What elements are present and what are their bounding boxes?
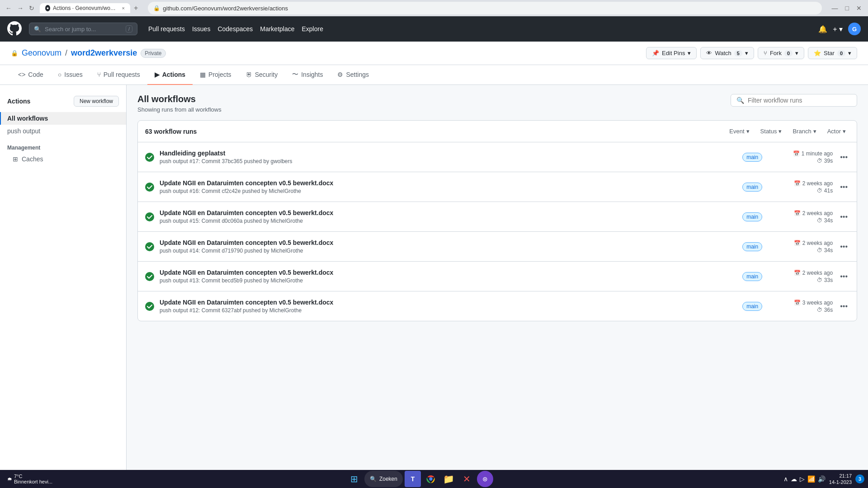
sidebar-item-all-workflows[interactable]: All workflows bbox=[0, 112, 126, 125]
branch-badge[interactable]: main bbox=[742, 272, 762, 281]
tab-issues[interactable]: ○ Issues bbox=[51, 65, 90, 85]
watch-button[interactable]: 👁 Watch 5 ▾ bbox=[700, 47, 754, 59]
actor-filter-label: Actor bbox=[827, 128, 841, 135]
notification-badge[interactable]: 3 bbox=[855, 474, 864, 483]
nav-pull-requests[interactable]: Pull requests bbox=[148, 25, 185, 33]
tab-title: Actions · Geonovum/word2werk... bbox=[53, 5, 117, 11]
refresh-button[interactable]: ↻ bbox=[27, 4, 36, 13]
run-title[interactable]: Update NGII en Dataruimten concepten v0.… bbox=[160, 269, 726, 276]
forward-button[interactable]: → bbox=[15, 4, 25, 13]
new-workflow-button[interactable]: New workflow bbox=[74, 96, 119, 107]
tab-close-button[interactable]: × bbox=[122, 5, 125, 11]
branch-badge[interactable]: main bbox=[742, 183, 762, 192]
repo-name[interactable]: word2werkversie bbox=[71, 48, 137, 58]
tab-insights[interactable]: 〜 Insights bbox=[285, 65, 330, 85]
chrome-icon[interactable] bbox=[423, 471, 439, 483]
branch-badge[interactable]: main bbox=[742, 242, 762, 251]
taskbar-search[interactable]: 🔍 Zoeken bbox=[364, 471, 403, 483]
branch-filter-label: Branch bbox=[793, 128, 811, 135]
status-filter-label: Status bbox=[760, 128, 777, 135]
run-more-button[interactable]: ••• bbox=[838, 271, 849, 282]
create-button[interactable]: + ▾ bbox=[833, 25, 843, 33]
search-placeholder: Search or jump to... bbox=[45, 26, 122, 33]
avatar[interactable]: G bbox=[848, 23, 861, 35]
github-logo[interactable] bbox=[7, 21, 22, 37]
tab-settings[interactable]: ⚙ Settings bbox=[330, 65, 376, 85]
run-time: 📅 2 weeks ago ⏱ 34s bbox=[778, 240, 833, 253]
global-nav: Pull requests Issues Codespaces Marketpl… bbox=[148, 25, 323, 33]
close-window-button[interactable]: ✕ bbox=[854, 4, 864, 13]
file-explorer-icon[interactable]: 📁 bbox=[441, 471, 457, 483]
run-time-ago: 📅 2 weeks ago bbox=[794, 270, 833, 276]
back-button[interactable]: ← bbox=[4, 4, 14, 13]
run-more-button[interactable]: ••• bbox=[838, 151, 849, 163]
new-tab-button[interactable]: + bbox=[131, 3, 141, 13]
run-more-button[interactable]: ••• bbox=[838, 300, 849, 312]
repo-owner[interactable]: Geonovum bbox=[22, 48, 61, 58]
filter-search-box[interactable]: 🔍 bbox=[731, 94, 857, 107]
insights-icon: 〜 bbox=[292, 70, 298, 79]
fork-button[interactable]: ⑂ Fork 0 ▾ bbox=[758, 47, 804, 59]
run-title[interactable]: Update NGII en Dataruimten concepten v0.… bbox=[160, 209, 726, 216]
actor-filter-button[interactable]: Actor ▾ bbox=[824, 126, 849, 136]
global-search[interactable]: 🔍 Search or jump to... / bbox=[29, 23, 137, 35]
minimize-button[interactable]: — bbox=[829, 4, 841, 13]
sidebar-item-caches[interactable]: ⊞ Caches bbox=[0, 153, 126, 165]
network-icon[interactable]: ▷ bbox=[800, 475, 805, 483]
active-tab[interactable]: ● Actions · Geonovum/word2werk... × bbox=[40, 3, 130, 13]
nav-explore[interactable]: Explore bbox=[302, 25, 323, 33]
teams-icon[interactable]: T bbox=[405, 471, 421, 483]
status-icon bbox=[145, 242, 154, 251]
wifi-icon[interactable]: 📶 bbox=[807, 475, 815, 483]
maximize-button[interactable]: □ bbox=[843, 4, 852, 13]
start-button[interactable]: ⊞ bbox=[346, 471, 363, 483]
window-controls: — □ ✕ bbox=[829, 4, 864, 13]
private-lock-icon: 🔒 bbox=[11, 50, 18, 56]
star-button[interactable]: ⭐ Star 0 ▾ bbox=[808, 47, 857, 59]
nav-codespaces[interactable]: Codespaces bbox=[217, 25, 253, 33]
status-chevron-icon: ▾ bbox=[778, 128, 782, 135]
tab-pull-requests[interactable]: ⑂ Pull requests bbox=[90, 65, 147, 85]
table-row: Update NGII en Dataruimten concepten v0.… bbox=[138, 262, 857, 291]
tray-up-icon[interactable]: ∧ bbox=[783, 475, 788, 483]
calendar-icon: 📅 bbox=[794, 300, 801, 306]
tab-projects[interactable]: ▦ Projects bbox=[193, 65, 239, 85]
branch-badge[interactable]: main bbox=[742, 302, 762, 311]
notifications-button[interactable]: 🔔 bbox=[818, 25, 827, 33]
edit-icon[interactable]: ✕ bbox=[459, 471, 475, 483]
run-more-button[interactable]: ••• bbox=[838, 211, 849, 223]
filter-input[interactable] bbox=[748, 97, 851, 104]
run-more-button[interactable]: ••• bbox=[838, 181, 849, 193]
actions-icon: ▶ bbox=[155, 71, 160, 78]
run-title[interactable]: Update NGII en Dataruimten concepten v0.… bbox=[160, 299, 726, 306]
branch-filter-button[interactable]: Branch ▾ bbox=[789, 126, 820, 136]
run-meta: push output #16: Commit cf2c42e pushed b… bbox=[160, 188, 726, 194]
run-time: 📅 2 weeks ago ⏱ 34s bbox=[778, 210, 833, 224]
volume-icon[interactable]: 🔊 bbox=[818, 475, 826, 483]
edit-pins-button[interactable]: 📌 Edit Pins ▾ bbox=[646, 47, 697, 59]
svg-point-5 bbox=[145, 302, 154, 311]
branch-badge[interactable]: main bbox=[742, 212, 762, 221]
sidebar-item-push-output[interactable]: push output bbox=[0, 125, 126, 137]
github-taskbar-icon[interactable]: ⊛ bbox=[477, 471, 493, 483]
nav-issues[interactable]: Issues bbox=[192, 25, 210, 33]
branch-badge[interactable]: main bbox=[742, 153, 762, 162]
browser-nav: ← → ↻ bbox=[4, 4, 36, 13]
run-title[interactable]: Update NGII en Dataruimten concepten v0.… bbox=[160, 239, 726, 246]
cloud-icon[interactable]: ☁ bbox=[791, 475, 797, 483]
status-filter-button[interactable]: Status ▾ bbox=[757, 126, 786, 136]
nav-marketplace[interactable]: Marketplace bbox=[260, 25, 294, 33]
tab-actions[interactable]: ▶ Actions bbox=[147, 65, 193, 85]
run-more-button[interactable]: ••• bbox=[838, 241, 849, 253]
address-bar[interactable]: 🔒 github.com/Geonovum/word2werkversie/ac… bbox=[148, 2, 821, 14]
run-title[interactable]: Update NGII en Dataruimten concepten v0.… bbox=[160, 179, 726, 187]
caches-icon: ⊞ bbox=[13, 155, 18, 163]
tab-code[interactable]: <> Code bbox=[11, 65, 51, 85]
run-title[interactable]: Handleiding geplaatst bbox=[160, 150, 726, 157]
tab-security[interactable]: ⛨ Security bbox=[239, 65, 285, 85]
event-filter-button[interactable]: Event ▾ bbox=[726, 126, 753, 136]
tab-pr-label: Pull requests bbox=[104, 71, 140, 78]
calendar-icon: 📅 bbox=[794, 210, 801, 216]
run-meta: push output #17: Commit 37bc365 pushed b… bbox=[160, 158, 726, 164]
run-info: Update NGII en Dataruimten concepten v0.… bbox=[160, 299, 726, 314]
